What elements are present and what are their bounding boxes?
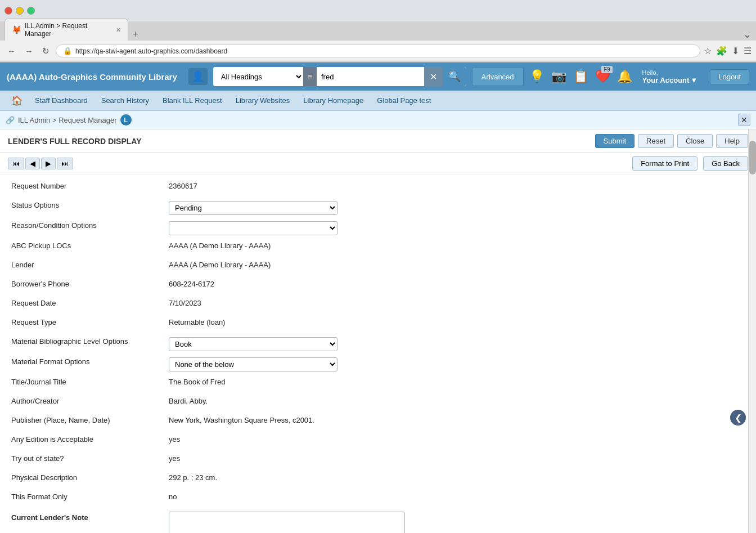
borrower-phone-value: 608-224-6172 bbox=[169, 278, 745, 288]
new-tab-btn[interactable]: + bbox=[130, 29, 141, 41]
hello-text: Hello, bbox=[642, 69, 658, 76]
lender-display-title: LENDER'S FULL RECORD DISPLAY bbox=[8, 137, 595, 146]
publisher-value: New York, Washington Square Press, c2001… bbox=[169, 414, 745, 424]
active-tab[interactable]: 🦊 ILL Admin > Request Manager ✕ bbox=[4, 19, 128, 41]
lender-header: LENDER'S FULL RECORD DISPLAY Submit Rese… bbox=[0, 129, 756, 153]
camera-icon[interactable]: 📷 bbox=[551, 69, 566, 84]
favorites-icon[interactable]: ❤️ F9 bbox=[595, 69, 610, 84]
pager-buttons: ⏮ ◀ ▶ ⏭ bbox=[8, 158, 73, 169]
bookmark-icon[interactable]: ☆ bbox=[704, 46, 712, 56]
sidebar-collapse-arrow[interactable]: ❮ bbox=[730, 410, 746, 425]
your-account-btn[interactable]: Your Account ▼ bbox=[642, 76, 698, 84]
scrollbar-track bbox=[748, 129, 756, 533]
tab-close-btn[interactable]: ✕ bbox=[116, 26, 121, 34]
back-btn[interactable]: ← bbox=[4, 45, 19, 57]
material-bib-label: Material Bibliographic Level Options bbox=[11, 335, 169, 346]
menu-icon[interactable]: ☰ bbox=[744, 46, 752, 56]
request-date-label: Request Date bbox=[11, 297, 169, 307]
physical-desc-row: Physical Description 292 p. ; 23 cm. bbox=[11, 472, 745, 486]
tab-bar: 🦊 ILL Admin > Request Manager ✕ + ⌄ bbox=[0, 21, 756, 41]
tab-list-btn[interactable]: ⌄ bbox=[743, 28, 752, 41]
main-content: LENDER'S FULL RECORD DISPLAY Submit Rese… bbox=[0, 129, 756, 533]
material-bib-select[interactable]: Book bbox=[169, 337, 338, 351]
form-area: Request Number 2360617 Status Options Pe… bbox=[0, 174, 756, 533]
reason-condition-select[interactable] bbox=[169, 221, 338, 235]
reset-btn[interactable]: Reset bbox=[638, 134, 674, 148]
close-btn[interactable]: Close bbox=[677, 134, 713, 148]
home-nav-icon[interactable]: 🏠 bbox=[7, 92, 27, 109]
current-lender-note-label: Current Lender's Note bbox=[11, 510, 169, 522]
next-page-btn[interactable]: ▶ bbox=[41, 158, 56, 169]
search-go-btn[interactable]: 🔍 bbox=[443, 67, 466, 86]
title-journal-value: The Book of Fred bbox=[169, 376, 745, 386]
minimize-window-btn[interactable] bbox=[16, 7, 24, 15]
advanced-btn[interactable]: Advanced bbox=[472, 67, 524, 86]
reload-btn[interactable]: ↻ bbox=[39, 45, 52, 57]
library-homepage-link[interactable]: Library Homepage bbox=[298, 93, 369, 108]
bell-icon[interactable]: 🔔 bbox=[617, 69, 632, 84]
material-format-select[interactable]: None of the below bbox=[169, 357, 338, 371]
url-text: https://qa-stwi-agent.auto-graphics.com/… bbox=[75, 47, 693, 55]
lender-label: Lender bbox=[11, 259, 169, 269]
format-to-print-btn[interactable]: Format to Print bbox=[632, 156, 698, 171]
global-page-test-link[interactable]: Global Page test bbox=[371, 93, 436, 108]
library-websites-link[interactable]: Library Websites bbox=[230, 93, 296, 108]
browser-icons: ☆ 🧩 ⬇ ☰ bbox=[704, 46, 752, 56]
search-type-dropdown[interactable]: All Headings bbox=[213, 67, 303, 86]
go-back-btn[interactable]: Go Back bbox=[703, 156, 748, 171]
close-window-btn[interactable] bbox=[4, 7, 12, 15]
material-format-label: Material Format Options bbox=[11, 356, 169, 366]
blank-ill-request-link[interactable]: Blank ILL Request bbox=[157, 93, 228, 108]
current-lender-note-row: Current Lender's Note bbox=[11, 510, 745, 533]
lender-value: AAAA (A Demo Library - AAAA) bbox=[169, 259, 745, 269]
app-logo-icon[interactable]: 👤 bbox=[188, 68, 208, 85]
reason-condition-label: Reason/Condition Options bbox=[11, 220, 169, 230]
last-page-btn[interactable]: ⏭ bbox=[57, 158, 73, 169]
request-number-value: 2360617 bbox=[169, 180, 745, 190]
close-breadcrumb-btn[interactable]: ✕ bbox=[738, 114, 750, 126]
submit-btn[interactable]: Submit bbox=[595, 134, 634, 148]
borrower-phone-label: Borrower's Phone bbox=[11, 278, 169, 288]
this-format-label: This Format Only bbox=[11, 491, 169, 501]
borrower-phone-row: Borrower's Phone 608-224-6172 bbox=[11, 278, 745, 293]
search-divider-icon: ≡ bbox=[303, 67, 317, 86]
prev-page-btn[interactable]: ◀ bbox=[25, 158, 40, 169]
search-history-link[interactable]: Search History bbox=[96, 93, 155, 108]
address-bar[interactable]: 🔒 https://qa-stwi-agent.auto-graphics.co… bbox=[56, 44, 700, 57]
request-type-label: Request Type bbox=[11, 316, 169, 326]
lender-row: Lender AAAA (A Demo Library - AAAA) bbox=[11, 259, 745, 274]
logout-btn[interactable]: Logout bbox=[710, 69, 749, 84]
scrollbar-thumb[interactable] bbox=[749, 141, 756, 174]
maximize-window-btn[interactable] bbox=[27, 7, 35, 15]
header-buttons: Submit Reset Close Help bbox=[595, 134, 748, 148]
any-edition-value: yes bbox=[169, 433, 745, 444]
status-options-label: Status Options bbox=[11, 199, 169, 209]
status-options-select[interactable]: Pending bbox=[169, 201, 338, 215]
search-input[interactable] bbox=[317, 67, 424, 86]
list-icon[interactable]: 📋 bbox=[573, 69, 588, 84]
staff-dashboard-link[interactable]: Staff Dashboard bbox=[29, 93, 93, 108]
help-btn[interactable]: Help bbox=[716, 134, 748, 148]
first-page-btn[interactable]: ⏮ bbox=[8, 158, 24, 169]
current-lender-note-textarea[interactable] bbox=[169, 512, 405, 533]
lightbulb-icon[interactable]: 💡 bbox=[529, 69, 544, 84]
app-title: (AAAA) Auto-Graphics Community Library bbox=[7, 72, 177, 82]
search-clear-btn[interactable]: ✕ bbox=[424, 67, 443, 86]
reason-condition-row: Reason/Condition Options bbox=[11, 220, 745, 235]
tab-title: ILL Admin > Request Manager bbox=[25, 22, 112, 38]
physical-desc-value: 292 p. ; 23 cm. bbox=[169, 472, 745, 482]
material-bib-row: Material Bibliographic Level Options Boo… bbox=[11, 335, 745, 351]
breadcrumb-icon: 🔗 bbox=[6, 116, 15, 124]
request-date-row: Request Date 7/10/2023 bbox=[11, 297, 745, 312]
nav-bar: 🏠 Staff Dashboard Search History Blank I… bbox=[0, 91, 756, 111]
search-bar-group: All Headings ≡ ✕ 🔍 bbox=[213, 67, 466, 86]
download-icon[interactable]: ⬇ bbox=[732, 46, 739, 56]
request-type-value: Returnable (loan) bbox=[169, 316, 745, 326]
forward-btn[interactable]: → bbox=[22, 45, 36, 57]
try-out-label: Try out of state? bbox=[11, 453, 169, 463]
app-header: (AAAA) Auto-Graphics Community Library 👤… bbox=[0, 62, 756, 91]
chevron-down-icon: ▼ bbox=[690, 76, 698, 84]
physical-desc-label: Physical Description bbox=[11, 472, 169, 482]
try-out-row: Try out of state? yes bbox=[11, 453, 745, 467]
extensions-icon[interactable]: 🧩 bbox=[716, 46, 727, 56]
